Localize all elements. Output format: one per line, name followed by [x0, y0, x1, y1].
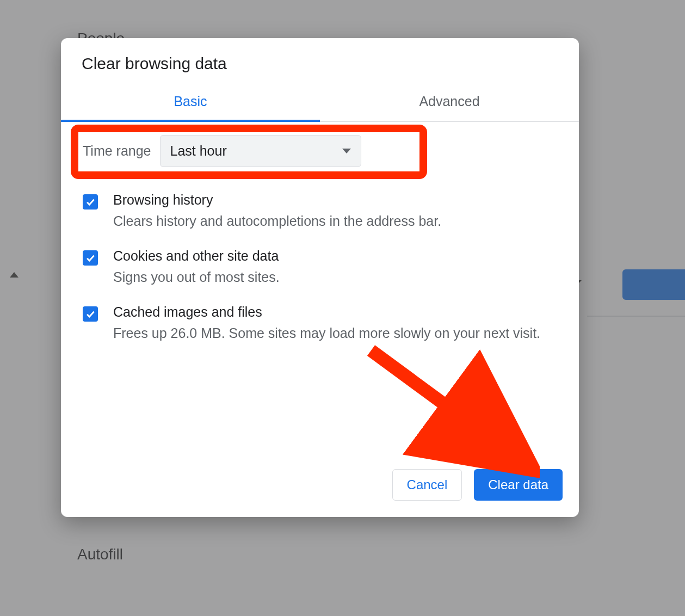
check-icon: [85, 196, 96, 207]
dialog-footer: Cancel Clear data: [61, 457, 579, 517]
time-range-value: Last hour: [170, 143, 227, 159]
tab-basic[interactable]: Basic: [61, 88, 320, 121]
option-text: Cookies and other site data Signs you ou…: [113, 248, 280, 287]
option-cache: Cached images and files Frees up 26.0 MB…: [78, 292, 561, 348]
option-title: Cached images and files: [113, 304, 540, 320]
dialog-body: Time range Last hour Browsing history Cl…: [61, 122, 579, 457]
checkbox-cookies[interactable]: [83, 250, 98, 266]
tab-advanced[interactable]: Advanced: [320, 88, 579, 121]
svg-line-0: [371, 350, 504, 448]
checkbox-cache[interactable]: [83, 306, 98, 322]
option-cookies: Cookies and other site data Signs you ou…: [78, 236, 561, 292]
option-text: Browsing history Clears history and auto…: [113, 192, 441, 231]
option-description: Frees up 26.0 MB. Some sites may load mo…: [113, 324, 540, 343]
option-description: Signs you out of most sites.: [113, 268, 280, 287]
time-range-select[interactable]: Last hour: [160, 135, 361, 167]
checkbox-browsing-history[interactable]: [83, 194, 98, 210]
clear-data-button[interactable]: Clear data: [474, 469, 563, 501]
time-range-label: Time range: [83, 143, 151, 159]
option-title: Cookies and other site data: [113, 248, 280, 264]
check-icon: [85, 252, 96, 263]
cancel-button[interactable]: Cancel: [392, 469, 462, 501]
time-range-row: Time range Last hour: [78, 122, 561, 180]
check-icon: [85, 309, 96, 319]
option-description: Clears history and autocompletions in th…: [113, 212, 441, 231]
option-title: Browsing history: [113, 192, 441, 208]
chevron-down-icon: [342, 149, 351, 153]
clear-browsing-data-dialog: Clear browsing data Basic Advanced Time …: [61, 38, 579, 517]
dialog-tabs: Basic Advanced: [61, 88, 579, 122]
option-text: Cached images and files Frees up 26.0 MB…: [113, 304, 540, 343]
option-browsing-history: Browsing history Clears history and auto…: [78, 180, 561, 236]
dialog-title: Clear browsing data: [61, 38, 579, 88]
